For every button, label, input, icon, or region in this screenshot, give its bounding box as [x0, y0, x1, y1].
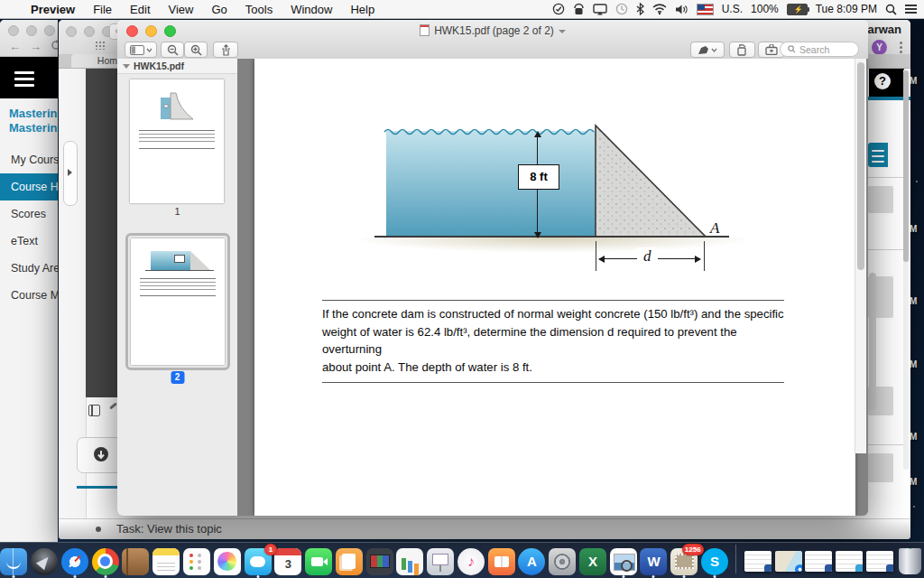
sidebar-item-course-ho[interactable]: Course Ho — [0, 173, 58, 200]
preview-window[interactable]: HWK15.pdf (page 2 of 2) — [117, 20, 868, 516]
dock-trash-icon[interactable] — [896, 547, 924, 575]
dock-itunes-icon[interactable]: ♪ — [457, 547, 485, 575]
sidebar-item-etext[interactable]: eText — [0, 228, 58, 255]
markup-button[interactable] — [690, 42, 725, 58]
lms-brand-line1[interactable]: Masterin — [9, 107, 58, 121]
dock-skype-icon[interactable]: S — [701, 547, 729, 575]
browser-traffic-lights[interactable] — [66, 26, 113, 37]
rotate-button[interactable] — [729, 42, 755, 58]
dock-min-image-doc-icon[interactable] — [836, 547, 864, 575]
time-machine-icon[interactable] — [615, 3, 628, 15]
desktop-icon-label[interactable]: M — [910, 224, 917, 234]
scrollbar-thumb[interactable] — [903, 70, 909, 262]
kebab-menu-icon[interactable] — [900, 40, 903, 55]
menu-window[interactable]: Window — [282, 3, 341, 16]
menu-edit[interactable]: Edit — [121, 3, 159, 16]
desktop-icon-label[interactable]: M — [910, 477, 917, 487]
menu-button-teal[interactable] — [868, 143, 888, 167]
input-source-label[interactable]: U.S. — [722, 3, 743, 15]
dock-min-word-doc-icon[interactable] — [805, 547, 833, 575]
dock-photos-icon[interactable] — [213, 547, 241, 575]
dock-keynote-icon[interactable] — [427, 547, 455, 575]
lms-brand[interactable]: Masterin Masterin — [0, 98, 58, 135]
lms-traffic-lights[interactable] — [8, 25, 55, 36]
dock-facetime-icon[interactable] — [305, 547, 333, 575]
wifi-icon[interactable] — [652, 4, 667, 14]
dock-min-maps-icon[interactable] — [774, 547, 802, 575]
pdf-scrollbar-thumb[interactable] — [857, 62, 864, 270]
desktop-icon-label[interactable]: M — [910, 76, 917, 86]
dock-numbers-icon[interactable] — [396, 547, 424, 575]
dock-finder-icon[interactable] — [0, 547, 28, 575]
zoom-in-button[interactable] — [184, 42, 208, 58]
sidebar-view-button[interactable] — [125, 42, 157, 58]
zoom-icon[interactable] — [44, 25, 55, 36]
sidebar-item-scores[interactable]: Scores — [0, 200, 58, 228]
search-field[interactable]: Search — [780, 42, 859, 57]
desktop-icon-label[interactable]: M — [910, 432, 917, 442]
dock-chrome-icon[interactable] — [91, 547, 119, 575]
share-button[interactable] — [213, 42, 238, 58]
sidebar-header[interactable]: HWK15.pdf — [117, 59, 237, 74]
bluetooth-icon[interactable] — [636, 3, 644, 15]
panel-layout-icon[interactable] — [88, 405, 100, 416]
menu-clock[interactable]: Tue 8:09 PM — [816, 3, 877, 15]
sidebar-item-study-area[interactable]: Study Area — [0, 255, 58, 282]
dock-contacts-icon[interactable] — [122, 547, 150, 575]
menu-tools[interactable]: Tools — [236, 3, 282, 16]
input-flag-icon[interactable] — [697, 4, 714, 15]
dock-excel-icon[interactable]: X — [579, 547, 607, 575]
lms-browser-window[interactable]: ← → Masterin Masterin My CourseCourse Ho… — [0, 20, 58, 542]
menu-go[interactable]: Go — [202, 3, 236, 16]
close-icon[interactable] — [8, 25, 19, 36]
notification-center-icon[interactable] — [905, 5, 917, 14]
lms-nav-buttons[interactable]: ← → — [9, 40, 58, 53]
hamburger-menu-icon[interactable] — [14, 71, 34, 90]
dock-preview-icon[interactable] — [609, 547, 637, 575]
dock-reminders-icon[interactable] — [183, 547, 211, 575]
chevron-down-icon[interactable] — [559, 30, 566, 33]
menu-view[interactable]: View — [160, 3, 203, 16]
dock-documents-icon[interactable] — [335, 547, 363, 575]
page-thumbnail-2[interactable] — [131, 238, 225, 365]
battery-percent[interactable]: 100% — [751, 3, 779, 15]
menu-preview[interactable]: Preview — [22, 3, 84, 16]
spotlight-search-icon[interactable] — [885, 4, 897, 15]
sidebar-item-my-course[interactable]: My Course — [0, 146, 58, 173]
reload-icon[interactable] — [51, 40, 58, 51]
volume-icon[interactable] — [675, 4, 688, 15]
forward-icon[interactable]: → — [30, 40, 42, 53]
minimize-icon[interactable] — [84, 26, 95, 37]
menu-help[interactable]: Help — [341, 3, 383, 16]
dock-app-store-icon[interactable]: A — [518, 547, 546, 575]
dock-min-window-icon[interactable] — [744, 547, 772, 575]
dock-ibooks-icon[interactable] — [487, 547, 515, 575]
hotspot-icon[interactable] — [573, 3, 585, 15]
dock-min-word-doc-2-icon[interactable] — [865, 547, 893, 575]
inner-scrollbar[interactable] — [869, 273, 876, 410]
checkmark-circle-icon[interactable] — [552, 3, 565, 15]
desktop-icon-label[interactable]: M — [910, 296, 917, 306]
minimize-icon[interactable] — [26, 25, 37, 36]
close-icon[interactable] — [66, 26, 77, 37]
dock-messages-icon[interactable]: 1 — [244, 547, 272, 575]
sidebar-item-course-ma[interactable]: Course Ma — [0, 282, 58, 309]
dock-safari-icon[interactable] — [61, 547, 89, 575]
dock-calendar-icon[interactable]: 3 — [274, 547, 302, 575]
dock-photo-booth-icon[interactable] — [365, 547, 393, 575]
battery-icon[interactable]: ⚡ — [787, 4, 808, 15]
page-thumbnail-1[interactable] — [130, 79, 224, 203]
dock-word-icon[interactable]: W — [640, 547, 668, 575]
back-icon[interactable]: ← — [9, 40, 21, 53]
menu-file[interactable]: File — [84, 3, 121, 16]
desktop-icon-label[interactable]: M — [910, 359, 917, 369]
page-thumbnail-2-selected[interactable] — [125, 233, 230, 370]
help-icon[interactable]: ? — [874, 73, 891, 89]
tool-icon[interactable] — [109, 402, 117, 409]
lms-brand-line2[interactable]: Masterin — [9, 121, 58, 135]
airplay-display-icon[interactable] — [593, 4, 607, 15]
avatar[interactable]: Y — [872, 40, 887, 55]
dock-mail-icon[interactable]: 1256 — [670, 547, 698, 575]
zoom-out-button[interactable] — [161, 42, 184, 58]
extensions-grid-icon[interactable] — [95, 41, 105, 50]
